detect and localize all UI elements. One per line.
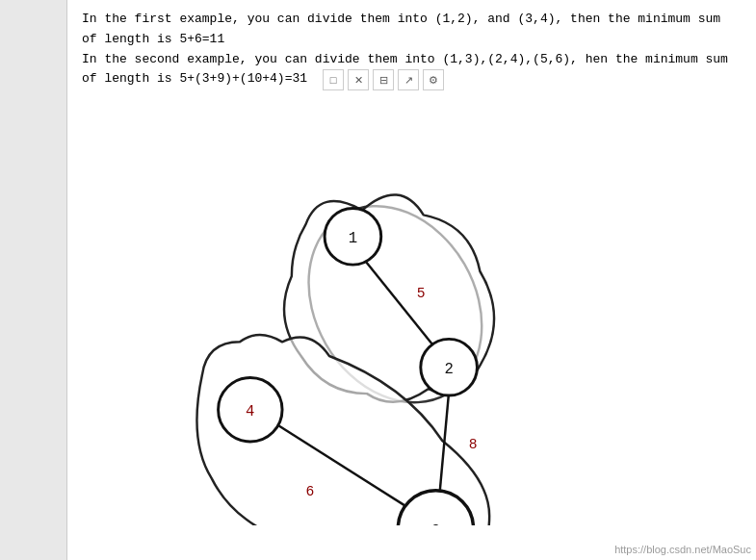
toolbar-btn-export[interactable]: ↗ bbox=[398, 69, 419, 90]
left-sidebar bbox=[0, 0, 67, 560]
text-line-1: In the first example, you can divide the… bbox=[82, 10, 742, 30]
content-area: In the first example, you can divide the… bbox=[67, 0, 756, 560]
node-2-label: 2 bbox=[444, 361, 453, 378]
edge-label-8: 8 bbox=[469, 437, 478, 452]
toolbar-btn-copy[interactable]: □ bbox=[323, 69, 344, 90]
text-line-4: of length is 5+(3+9)+(10+4)=31 bbox=[82, 69, 307, 89]
main-container: In the first example, you can divide the… bbox=[0, 0, 756, 560]
toolbar-btn-settings[interactable]: ⚙ bbox=[423, 69, 444, 90]
edge-label-6: 6 bbox=[306, 484, 315, 499]
toolbar: □ ✕ ⊟ ↗ ⚙ bbox=[323, 69, 444, 90]
text-line-3: In the second example, you can divide th… bbox=[82, 50, 742, 70]
toolbar-btn-minimize[interactable]: ⊟ bbox=[373, 69, 394, 90]
diagram-area: 5 8 6 1 2 3 4 bbox=[67, 102, 756, 525]
text-line-2: of length is 5+6=11 bbox=[82, 30, 742, 50]
edge-label-5: 5 bbox=[417, 287, 426, 302]
text-section: In the first example, you can divide the… bbox=[67, 0, 756, 97]
watermark: https://blog.csdn.net/MaoSuc bbox=[614, 544, 751, 555]
node-4-label: 4 bbox=[246, 403, 254, 420]
node-1-label: 1 bbox=[349, 230, 357, 247]
diagram-svg: 5 8 6 1 2 3 4 bbox=[67, 102, 756, 525]
node-3-label: 3 bbox=[431, 522, 440, 525]
toolbar-btn-close[interactable]: ✕ bbox=[348, 69, 369, 90]
